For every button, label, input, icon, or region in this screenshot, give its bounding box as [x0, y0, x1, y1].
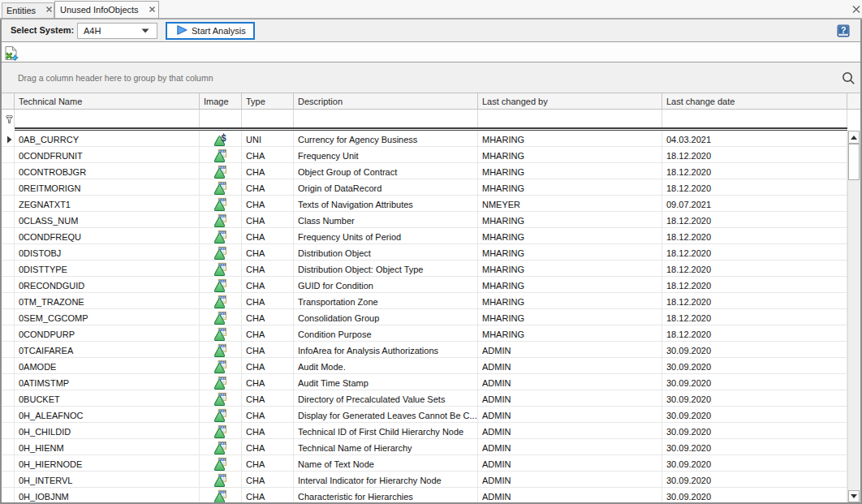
svg-text:?: ? [841, 25, 847, 35]
